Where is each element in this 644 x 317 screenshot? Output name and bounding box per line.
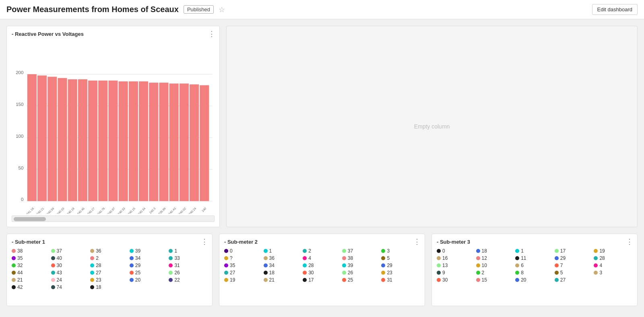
svg-text:240.78: 240.78	[97, 207, 105, 214]
star-icon[interactable]: ☆	[219, 5, 225, 14]
legend-label: 1	[269, 248, 272, 254]
legend-dot	[264, 249, 268, 253]
legend-dot	[12, 278, 16, 282]
chart-scrollbar[interactable]	[12, 215, 215, 222]
legend-label: 2	[308, 248, 311, 254]
legend-label: 5	[560, 270, 563, 276]
legend-dot	[515, 278, 519, 282]
reactive-power-title: - Reactive Power vs Voltages	[12, 31, 215, 37]
legend-item: 43	[51, 270, 90, 276]
legend-dot	[224, 278, 228, 282]
legend-item: 2	[476, 270, 515, 276]
legend-item: 27	[90, 270, 129, 276]
legend-item: 37	[51, 248, 90, 254]
legend-label: 29	[135, 263, 140, 268]
sub-meter-3-panel: ⋮ - Sub-meter 3 018117191612112928131067…	[431, 234, 638, 306]
legend-dot	[381, 278, 385, 282]
legend-label: 17	[308, 277, 314, 283]
svg-text:240: 240	[201, 207, 207, 213]
legend-dot	[594, 256, 598, 260]
svg-text:240.59: 240.59	[46, 207, 55, 214]
legend-dot	[515, 249, 519, 253]
published-badge[interactable]: Published	[184, 5, 214, 14]
legend-item: 3	[381, 248, 420, 254]
scrollbar-thumb[interactable]	[14, 217, 46, 221]
legend-label: 1	[521, 248, 524, 254]
legend-item: 17	[303, 277, 341, 283]
svg-text:240.46: 240.46	[76, 207, 85, 214]
legend-label: 18	[96, 284, 101, 290]
svg-rect-38	[169, 83, 179, 201]
legend-dot	[51, 263, 55, 267]
legend-item: 17	[555, 248, 593, 254]
legend-dot	[381, 271, 385, 275]
legend-item: 37	[342, 248, 381, 254]
legend-label: 27	[560, 277, 566, 283]
legend-dot	[555, 256, 559, 260]
legend-label: 28	[599, 255, 605, 261]
legend-dot	[303, 263, 307, 267]
sub-meter-3-title: - Sub-meter 3	[437, 239, 632, 245]
legend-item: 33	[169, 255, 207, 261]
legend-dot	[169, 263, 173, 267]
legend-dot	[342, 256, 346, 260]
top-row: ⋮ - Reactive Power vs Voltages 0 50 100 …	[6, 26, 638, 227]
bar-chart-svg: 0 50 100 150 200 241.18	[12, 40, 215, 214]
legend-label: 4	[308, 255, 311, 261]
legend-label: 8	[521, 270, 524, 276]
legend-dot	[515, 271, 519, 275]
svg-text:239.99: 239.99	[157, 207, 166, 214]
legend-label: 36	[96, 248, 101, 254]
legend-dot	[169, 256, 173, 260]
legend-dot	[264, 278, 268, 282]
legend-dot	[264, 263, 268, 267]
svg-rect-30	[129, 81, 138, 201]
svg-text:240.02: 240.02	[178, 207, 187, 214]
sub-meter-2-menu-icon[interactable]: ⋮	[413, 238, 421, 245]
legend-item: 30	[303, 270, 341, 276]
svg-text:240.33: 240.33	[117, 207, 126, 214]
legend-item: 34	[130, 255, 168, 261]
legend-item: 10	[476, 263, 515, 268]
sub-meter-3-menu-icon[interactable]: ⋮	[626, 238, 633, 245]
svg-text:150: 150	[16, 102, 23, 107]
legend-label: 23	[96, 277, 101, 283]
svg-rect-28	[119, 81, 128, 201]
legend-item: 16	[437, 255, 475, 261]
legend-item: 6	[515, 263, 554, 268]
legend-item: 23	[381, 270, 420, 276]
svg-rect-24	[98, 81, 107, 201]
legend-label: 18	[482, 248, 487, 254]
legend-item: 2	[303, 248, 341, 254]
legend-item: 20	[130, 277, 168, 283]
legend-label: 4	[599, 263, 602, 268]
legend-label: 44	[17, 270, 23, 276]
legend-label: 2	[482, 270, 485, 276]
legend-dot	[224, 256, 228, 260]
legend-label: 17	[560, 248, 566, 254]
sub-meter-1-menu-icon[interactable]: ⋮	[201, 238, 208, 245]
legend-label: 21	[17, 277, 23, 283]
legend-dot	[437, 271, 441, 275]
edit-dashboard-button[interactable]: Edit dashboard	[592, 4, 638, 15]
legend-dot	[555, 271, 559, 275]
legend-label: 31	[174, 263, 180, 268]
legend-item: 19	[594, 248, 632, 254]
legend-dot	[381, 249, 385, 253]
legend-dot	[303, 256, 307, 260]
legend-label: 11	[521, 255, 526, 261]
svg-rect-18	[68, 79, 77, 201]
panel-menu-icon[interactable]: ⋮	[208, 30, 215, 37]
legend-dot	[51, 256, 55, 260]
legend-dot	[90, 256, 94, 260]
legend-label: 27	[96, 270, 101, 276]
legend-item: 24	[51, 277, 90, 283]
legend-dot	[555, 278, 559, 282]
svg-text:240.27: 240.27	[87, 207, 95, 214]
legend-item: 5	[555, 270, 593, 276]
svg-rect-34	[149, 83, 158, 201]
dashboard-body: ⋮ - Reactive Power vs Voltages 0 50 100 …	[0, 19, 644, 313]
svg-rect-42	[190, 84, 199, 201]
legend-item: 74	[51, 284, 90, 290]
svg-text:240.15: 240.15	[127, 207, 136, 214]
